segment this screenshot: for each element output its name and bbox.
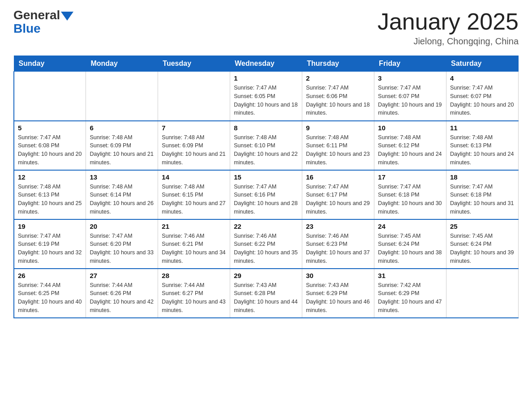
calendar-cell: 2Sunrise: 7:47 AM Sunset: 6:06 PM Daylig… bbox=[302, 72, 374, 121]
day-number: 19 bbox=[18, 223, 82, 230]
day-info: Sunrise: 7:48 AM Sunset: 6:13 PM Dayligh… bbox=[450, 133, 515, 167]
day-info: Sunrise: 7:44 AM Sunset: 6:25 PM Dayligh… bbox=[18, 281, 82, 315]
day-info: Sunrise: 7:44 AM Sunset: 6:26 PM Dayligh… bbox=[90, 281, 154, 315]
day-info: Sunrise: 7:48 AM Sunset: 6:09 PM Dayligh… bbox=[162, 133, 226, 167]
day-number: 3 bbox=[378, 74, 442, 82]
calendar-week-row: 26Sunrise: 7:44 AM Sunset: 6:25 PM Dayli… bbox=[14, 269, 519, 318]
calendar-week-row: 1Sunrise: 7:47 AM Sunset: 6:05 PM Daylig… bbox=[14, 72, 519, 121]
day-number: 13 bbox=[90, 173, 154, 181]
calendar-cell: 28Sunrise: 7:44 AM Sunset: 6:27 PM Dayli… bbox=[158, 269, 230, 318]
weekday-header-thursday: Thursday bbox=[302, 56, 374, 72]
day-number: 20 bbox=[90, 223, 154, 230]
day-info: Sunrise: 7:48 AM Sunset: 6:09 PM Dayligh… bbox=[90, 133, 154, 167]
calendar-cell: 9Sunrise: 7:48 AM Sunset: 6:11 PM Daylig… bbox=[302, 121, 374, 170]
calendar-cell: 4Sunrise: 7:47 AM Sunset: 6:07 PM Daylig… bbox=[446, 72, 519, 121]
day-info: Sunrise: 7:47 AM Sunset: 6:18 PM Dayligh… bbox=[450, 183, 515, 216]
day-info: Sunrise: 7:47 AM Sunset: 6:16 PM Dayligh… bbox=[234, 183, 298, 216]
day-info: Sunrise: 7:47 AM Sunset: 6:17 PM Dayligh… bbox=[306, 183, 370, 216]
day-info: Sunrise: 7:48 AM Sunset: 6:15 PM Dayligh… bbox=[162, 183, 226, 216]
day-info: Sunrise: 7:47 AM Sunset: 6:05 PM Dayligh… bbox=[234, 84, 298, 117]
calendar-cell: 10Sunrise: 7:48 AM Sunset: 6:12 PM Dayli… bbox=[374, 121, 446, 170]
calendar-cell: 23Sunrise: 7:46 AM Sunset: 6:23 PM Dayli… bbox=[302, 219, 374, 269]
calendar-cell: 18Sunrise: 7:47 AM Sunset: 6:18 PM Dayli… bbox=[446, 170, 519, 219]
weekday-header-sunday: Sunday bbox=[14, 56, 86, 72]
day-number: 16 bbox=[306, 173, 370, 181]
day-number: 9 bbox=[306, 124, 370, 132]
calendar-cell: 3Sunrise: 7:47 AM Sunset: 6:07 PM Daylig… bbox=[374, 72, 446, 121]
calendar-cell: 25Sunrise: 7:45 AM Sunset: 6:24 PM Dayli… bbox=[446, 219, 519, 269]
day-info: Sunrise: 7:48 AM Sunset: 6:10 PM Dayligh… bbox=[234, 133, 298, 167]
day-number: 17 bbox=[378, 173, 442, 181]
weekday-header-monday: Monday bbox=[86, 56, 158, 72]
day-info: Sunrise: 7:47 AM Sunset: 6:07 PM Dayligh… bbox=[378, 84, 442, 117]
logo-wrapper: General Blue bbox=[13, 9, 73, 36]
calendar-cell: 6Sunrise: 7:48 AM Sunset: 6:09 PM Daylig… bbox=[86, 121, 158, 170]
calendar-subtitle: Jielong, Chongqing, China bbox=[378, 36, 519, 47]
weekday-header-row: SundayMondayTuesdayWednesdayThursdayFrid… bbox=[14, 56, 519, 72]
calendar-cell: 22Sunrise: 7:46 AM Sunset: 6:22 PM Dayli… bbox=[230, 219, 302, 269]
day-info: Sunrise: 7:45 AM Sunset: 6:24 PM Dayligh… bbox=[450, 232, 515, 265]
day-info: Sunrise: 7:47 AM Sunset: 6:19 PM Dayligh… bbox=[18, 232, 82, 265]
calendar-cell: 1Sunrise: 7:47 AM Sunset: 6:05 PM Daylig… bbox=[230, 72, 302, 121]
day-info: Sunrise: 7:47 AM Sunset: 6:18 PM Dayligh… bbox=[378, 183, 442, 216]
page-header: General Blue January 2025 Jielong, Chong… bbox=[13, 9, 519, 47]
day-info: Sunrise: 7:43 AM Sunset: 6:29 PM Dayligh… bbox=[306, 281, 370, 315]
weekday-header-tuesday: Tuesday bbox=[158, 56, 230, 72]
day-info: Sunrise: 7:46 AM Sunset: 6:21 PM Dayligh… bbox=[162, 232, 226, 265]
day-number: 27 bbox=[90, 272, 154, 279]
calendar-week-row: 5Sunrise: 7:47 AM Sunset: 6:08 PM Daylig… bbox=[14, 121, 519, 170]
calendar-cell: 16Sunrise: 7:47 AM Sunset: 6:17 PM Dayli… bbox=[302, 170, 374, 219]
day-number: 15 bbox=[234, 173, 298, 181]
calendar-cell: 30Sunrise: 7:43 AM Sunset: 6:29 PM Dayli… bbox=[302, 269, 374, 318]
calendar-cell: 19Sunrise: 7:47 AM Sunset: 6:19 PM Dayli… bbox=[14, 219, 86, 269]
logo: General Blue bbox=[13, 9, 73, 36]
calendar-week-row: 12Sunrise: 7:48 AM Sunset: 6:13 PM Dayli… bbox=[14, 170, 519, 219]
day-number: 31 bbox=[378, 272, 442, 279]
day-info: Sunrise: 7:42 AM Sunset: 6:29 PM Dayligh… bbox=[378, 281, 442, 315]
day-number: 21 bbox=[162, 223, 226, 230]
day-number: 7 bbox=[162, 124, 226, 132]
day-info: Sunrise: 7:47 AM Sunset: 6:06 PM Dayligh… bbox=[306, 84, 370, 117]
calendar-cell bbox=[86, 72, 158, 121]
day-number: 25 bbox=[450, 223, 515, 230]
day-info: Sunrise: 7:43 AM Sunset: 6:28 PM Dayligh… bbox=[234, 281, 298, 315]
logo-general-text: General bbox=[13, 9, 60, 21]
day-info: Sunrise: 7:46 AM Sunset: 6:23 PM Dayligh… bbox=[306, 232, 370, 265]
calendar-title: January 2025 bbox=[378, 9, 519, 34]
day-info: Sunrise: 7:48 AM Sunset: 6:14 PM Dayligh… bbox=[90, 183, 154, 216]
weekday-header-friday: Friday bbox=[374, 56, 446, 72]
day-number: 29 bbox=[234, 272, 298, 279]
calendar-header: SundayMondayTuesdayWednesdayThursdayFrid… bbox=[14, 56, 519, 72]
calendar-body: 1Sunrise: 7:47 AM Sunset: 6:05 PM Daylig… bbox=[14, 72, 519, 318]
weekday-header-wednesday: Wednesday bbox=[230, 56, 302, 72]
day-number: 5 bbox=[18, 124, 82, 132]
day-number: 30 bbox=[306, 272, 370, 279]
calendar-cell bbox=[446, 269, 519, 318]
day-number: 23 bbox=[306, 223, 370, 230]
day-info: Sunrise: 7:48 AM Sunset: 6:12 PM Dayligh… bbox=[378, 133, 442, 167]
day-number: 8 bbox=[234, 124, 298, 132]
day-info: Sunrise: 7:44 AM Sunset: 6:27 PM Dayligh… bbox=[162, 281, 226, 315]
logo-row: General bbox=[13, 9, 73, 21]
title-block: January 2025 Jielong, Chongqing, China bbox=[378, 9, 519, 47]
day-number: 26 bbox=[18, 272, 82, 279]
day-number: 24 bbox=[378, 223, 442, 230]
weekday-header-saturday: Saturday bbox=[446, 56, 519, 72]
day-number: 12 bbox=[18, 173, 82, 181]
day-number: 28 bbox=[162, 272, 226, 279]
day-number: 14 bbox=[162, 173, 226, 181]
calendar-cell: 20Sunrise: 7:47 AM Sunset: 6:20 PM Dayli… bbox=[86, 219, 158, 269]
day-info: Sunrise: 7:47 AM Sunset: 6:08 PM Dayligh… bbox=[18, 133, 82, 167]
calendar-cell bbox=[158, 72, 230, 121]
calendar-cell: 29Sunrise: 7:43 AM Sunset: 6:28 PM Dayli… bbox=[230, 269, 302, 318]
calendar-cell: 7Sunrise: 7:48 AM Sunset: 6:09 PM Daylig… bbox=[158, 121, 230, 170]
day-info: Sunrise: 7:48 AM Sunset: 6:11 PM Dayligh… bbox=[306, 133, 370, 167]
logo-triangle-icon bbox=[61, 12, 73, 21]
calendar-cell: 8Sunrise: 7:48 AM Sunset: 6:10 PM Daylig… bbox=[230, 121, 302, 170]
calendar-cell: 15Sunrise: 7:47 AM Sunset: 6:16 PM Dayli… bbox=[230, 170, 302, 219]
day-info: Sunrise: 7:47 AM Sunset: 6:07 PM Dayligh… bbox=[450, 84, 515, 117]
day-number: 4 bbox=[450, 74, 515, 82]
calendar-cell: 26Sunrise: 7:44 AM Sunset: 6:25 PM Dayli… bbox=[14, 269, 86, 318]
day-number: 1 bbox=[234, 74, 298, 82]
day-number: 10 bbox=[378, 124, 442, 132]
